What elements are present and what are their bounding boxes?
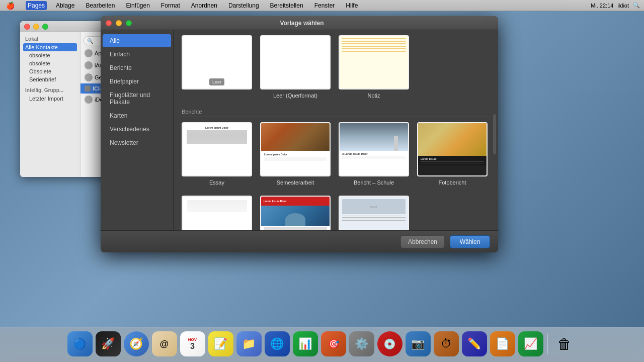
pv-line-2	[342, 217, 406, 218]
contact-avatar-coolman	[85, 73, 93, 81]
dock-calendar[interactable]: NOV 3	[180, 331, 205, 356]
apple-menu[interactable]: 🍎	[4, 1, 17, 11]
fb-image	[418, 123, 487, 156]
desktop: Alle Kontakte (5 Karten) Lokal Alle Kont…	[0, 11, 644, 327]
essay-line-4	[187, 133, 247, 134]
dock-pages[interactable]: 📄	[490, 331, 515, 356]
dock-contacts[interactable]: @	[152, 331, 177, 356]
scroll-indicator[interactable]	[493, 114, 496, 154]
template-bericht-schule[interactable]: A Lorem Ipsum Dolor Bericht – Schule	[339, 122, 409, 186]
dock-keynote[interactable]: 🎯	[321, 331, 346, 356]
template-notiz[interactable]: Notiz	[339, 35, 409, 99]
template-semesterarbeit[interactable]: Lorem Ipsum Dolor Semesterarbeit	[260, 122, 331, 186]
dock-safari[interactable]: 🧭	[124, 331, 149, 356]
pages-icon: 📄	[496, 337, 509, 350]
essay-line-12	[187, 141, 247, 142]
sidebar-item-obsolete-cap[interactable]: Obsolete	[23, 67, 77, 75]
essay-line-3	[187, 132, 247, 133]
dock-trash[interactable]: 🗑	[552, 331, 577, 356]
template-projektvorschlag[interactable]: DRAFT Projektvorschlag	[339, 196, 409, 230]
menu-bereitstellen[interactable]: Bereitstellen	[268, 1, 305, 10]
template-thumb-projektvorschlag: DRAFT	[339, 196, 409, 230]
semesterarbeit-bg: Lorem Ipsum Dolor	[261, 123, 330, 175]
template-leer[interactable]: Leer	[182, 35, 252, 99]
contacts-sidebar-header: Lokal	[23, 36, 77, 42]
dock-files[interactable]: 📁	[236, 331, 262, 356]
fotobericht-bg: Lorem Ipsum	[418, 123, 487, 175]
cancel-button[interactable]: Abbrechen	[400, 235, 445, 248]
dock-syspref[interactable]: ⚙️	[349, 331, 374, 356]
template-sidebar-berichte[interactable]: Berichte	[103, 61, 171, 74]
template-thumb-forschungsarbeit	[182, 196, 252, 230]
f-line-11	[187, 211, 247, 211]
bm-text-area	[261, 226, 330, 230]
sidebar-item-obsolete-2[interactable]: obsolete	[23, 59, 77, 67]
f-line-9	[187, 209, 247, 209]
menu-ablage[interactable]: Ablage	[54, 1, 76, 10]
menu-fenster[interactable]: Fenster	[312, 1, 337, 10]
fb-line-2	[421, 163, 484, 163]
search-icon[interactable]: 🔍	[633, 2, 640, 9]
menu-anordnen[interactable]: Anordnen	[189, 1, 219, 10]
keynote-icon: 🎯	[328, 338, 339, 349]
contacts-group-header-2: Intellig. Grupp...	[23, 87, 77, 93]
sidebar-item-alle-kontakte[interactable]: Alle Kontakte	[23, 43, 77, 51]
dock-finder[interactable]: 🔵	[67, 331, 93, 356]
notiz-line-4	[342, 46, 406, 47]
template-sidebar-newsletter[interactable]: Newsletter	[103, 136, 171, 149]
menu-format[interactable]: Format	[159, 1, 182, 10]
essay-line-9	[187, 138, 247, 139]
template-thumb-leer-q	[260, 35, 331, 89]
essay-line-7	[187, 136, 247, 137]
dock-script[interactable]: ✏️	[462, 331, 487, 356]
dock-charts[interactable]: 📊	[293, 331, 318, 356]
essay-title-text: Lorem Ipsum Dolor	[187, 126, 247, 129]
sidebar-item-obsolete-1[interactable]: obsolete	[23, 51, 77, 59]
search-icon: 🔍	[87, 38, 93, 44]
syspref-icon: ⚙️	[355, 337, 368, 350]
menu-darstellung[interactable]: Darstellung	[226, 1, 261, 10]
close-button[interactable]	[24, 24, 30, 30]
template-leer-querformat[interactable]: Leer (Querformat)	[260, 35, 331, 99]
template-sidebar-flugblaetter[interactable]: Flugblätter und Plakate	[103, 88, 171, 109]
sidebar-item-serienbrief[interactable]: Serienbrief	[23, 75, 77, 83]
script-icon: ✏️	[467, 337, 481, 350]
template-sidebar-einfach[interactable]: Einfach	[103, 48, 171, 61]
template-sidebar-briefpapier[interactable]: Briefpapier	[103, 75, 171, 88]
finder-icon: 🔵	[73, 338, 86, 350]
menu-bearbeiten[interactable]: Bearbeiten	[84, 1, 117, 10]
template-thumb-bericht-modern: Lorem Ipsum Dolor	[260, 196, 331, 230]
template-content[interactable]: Leer Leer (Querformat)	[174, 30, 498, 230]
pv-draft-text: DRAFT	[370, 206, 377, 208]
f-line-8	[187, 208, 247, 208]
template-sidebar: Alle Einfach Berichte Briefpapier Flugbl…	[101, 30, 174, 230]
dock-network[interactable]: 🌐	[265, 331, 290, 356]
dock-iphoto[interactable]: 📷	[406, 331, 431, 356]
dock-dvd[interactable]: 💿	[377, 331, 403, 356]
essay-line-1	[187, 130, 247, 131]
sidebar-item-letzter-import[interactable]: Letzter Import	[23, 95, 77, 103]
dialog-title: Vorlage wählen	[111, 20, 493, 27]
f-line-1	[187, 201, 247, 201]
dock-timemachine[interactable]: ⏱	[434, 331, 459, 356]
choose-button[interactable]: Wählen	[450, 235, 490, 248]
dock-rocket[interactable]: 🚀	[96, 331, 121, 356]
notiz-line-6	[342, 51, 406, 52]
fb-line-1	[421, 161, 484, 162]
dock-separator	[547, 334, 548, 354]
f-line-4	[187, 204, 247, 204]
template-essay[interactable]: Lorem Ipsum Dolor	[182, 122, 252, 186]
template-sidebar-alle[interactable]: Alle	[103, 34, 171, 47]
menu-einfuegen[interactable]: Einfügen	[124, 1, 151, 10]
menu-pages[interactable]: Pages	[26, 1, 47, 10]
template-fotobericht[interactable]: Lorem Ipsum Fotobericht	[417, 122, 488, 186]
template-sidebar-verschiedenes[interactable]: Verschiedenes	[103, 123, 171, 136]
menubar-right: Mi. 22:14 ildiot 🔍	[591, 2, 640, 9]
template-bericht-modern[interactable]: Lorem Ipsum Dolor	[260, 196, 331, 230]
template-forschungsarbeit[interactable]: Forschungsarbeit	[182, 196, 252, 230]
dock-numbers[interactable]: 📈	[518, 331, 543, 356]
dock-notes[interactable]: 📝	[208, 331, 233, 356]
template-sidebar-karten[interactable]: Karten	[103, 109, 171, 122]
menu-hilfe[interactable]: Hilfe	[344, 1, 360, 10]
notiz-line-2	[342, 41, 406, 42]
